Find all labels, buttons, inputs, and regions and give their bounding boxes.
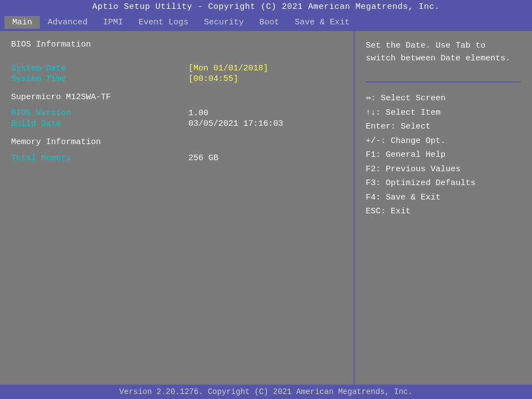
memory-information-title: Memory Information [11,137,342,147]
shortcut-change-opt: +/-: Change Opt. [366,134,521,149]
bios-container: Aptio Setup Utility - Copyright (C) 2021… [0,0,532,399]
shortcut-f4: F4: Save & Exit [366,191,521,205]
system-time-label: System Time [11,74,188,84]
bios-information-title: BIOS Information [11,40,342,49]
total-memory-label: Total Memory [11,154,188,163]
menu-item-save-exit[interactable]: Save & Exit [287,16,357,29]
system-date-value[interactable]: [Mon 01/01/2018] [188,64,268,73]
help-text: Set the Date. Use Tab to switch between … [366,40,521,65]
bios-version-value: 1.00 [188,109,208,118]
shortcut-f3: F3: Optimized Defaults [366,176,521,191]
shortcut-f2: F2: Previous Values [366,162,521,177]
menu-item-security[interactable]: Security [196,16,252,29]
menu-item-main[interactable]: Main [4,16,40,29]
menu-item-ipmi[interactable]: IPMI [95,16,131,29]
supermicro-label: Supermicro M12SWA-TF [11,93,342,102]
left-panel: BIOS Information System Date [Mon 01/01/… [0,31,355,385]
system-time-row: System Time [00:04:55] [11,74,342,84]
help-line1: Set the Date. Use Tab to [366,40,521,53]
system-date-label: System Date [11,64,188,73]
bios-version-row: BIOS Version 1.00 [11,109,342,118]
main-content: BIOS Information System Date [Mon 01/01/… [0,31,532,385]
total-memory-row: Total Memory 256 GB [11,154,342,163]
footer: Version 2.20.1276. Copyright (C) 2021 Am… [0,385,532,399]
shortcut-f1: F1: General Help [366,148,521,162]
footer-text: Version 2.20.1276. Copyright (C) 2021 Am… [119,387,412,396]
shortcuts: ⇔: Select Screen ↑↓: Select Item Enter: … [366,91,521,219]
shortcut-select-item: ↑↓: Select Item [366,106,521,120]
title-bar: Aptio Setup Utility - Copyright (C) 2021… [0,0,532,14]
bios-version-label: BIOS Version [11,109,188,118]
system-time-value[interactable]: [00:04:55] [188,74,238,84]
shortcut-enter: Enter: Select [366,120,521,134]
help-line2: switch between Date elements. [366,53,521,65]
menu-item-event-logs[interactable]: Event Logs [131,16,196,29]
menu-item-boot[interactable]: Boot [252,16,287,29]
shortcut-esc: ESC: Exit [366,204,521,219]
build-date-row: Build Date 03/05/2021 17:16:03 [11,119,342,129]
shortcut-select-screen: ⇔: Select Screen [366,91,521,106]
title-text: Aptio Setup Utility - Copyright (C) 2021… [92,2,439,12]
build-date-value: 03/05/2021 17:16:03 [188,119,283,129]
divider [366,81,521,83]
total-memory-value: 256 GB [188,154,218,163]
menu-item-advanced[interactable]: Advanced [40,16,95,29]
build-date-label: Build Date [11,119,188,129]
menu-bar: Main Advanced IPMI Event Logs Security B… [0,14,532,31]
system-date-row: System Date [Mon 01/01/2018] [11,64,342,73]
right-panel: Set the Date. Use Tab to switch between … [355,31,532,385]
